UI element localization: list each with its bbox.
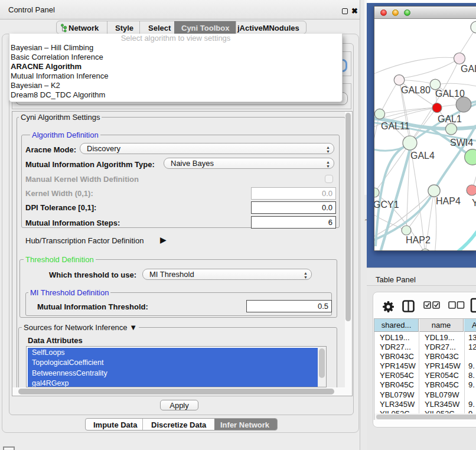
svg-text:HAP2: HAP2 <box>406 235 431 245</box>
svg-text:GAL1: GAL1 <box>438 114 462 124</box>
svg-text:GCY1: GCY1 <box>374 200 399 210</box>
svg-text:GAL11: GAL11 <box>381 121 410 131</box>
svg-text:SWI4: SWI4 <box>450 138 473 148</box>
svg-text:Y: Y <box>472 198 476 208</box>
svg-text:GAL80: GAL80 <box>401 85 431 95</box>
svg-text:GAL10: GAL10 <box>435 89 465 99</box>
svg-text:HAP4: HAP4 <box>436 196 461 206</box>
svg-text:GAL2: GAL2 <box>461 64 476 74</box>
svg-text:GAL4: GAL4 <box>410 151 435 161</box>
